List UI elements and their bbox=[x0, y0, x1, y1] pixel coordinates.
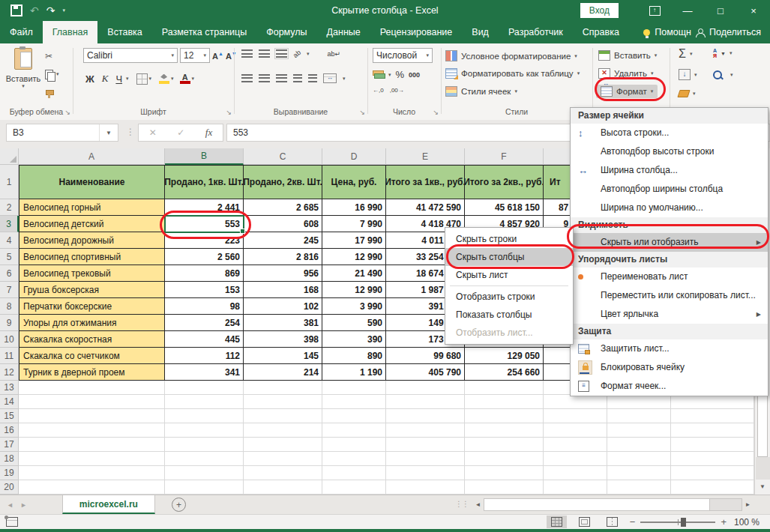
column-header-A[interactable]: A bbox=[19, 148, 165, 165]
cell-D4[interactable]: 17 990 bbox=[322, 232, 386, 249]
cell-D11[interactable]: 890 bbox=[322, 348, 386, 364]
cell-C18[interactable] bbox=[244, 452, 322, 466]
horizontal-scrollbar[interactable]: ◄ ► bbox=[472, 498, 754, 512]
assistant-label[interactable]: Помощн bbox=[655, 27, 691, 37]
add-sheet-icon[interactable]: + bbox=[172, 498, 186, 512]
submenu-item[interactable]: Скрыть лист bbox=[445, 266, 573, 284]
cell-D14[interactable] bbox=[322, 395, 386, 409]
insert-function-icon[interactable]: fx bbox=[205, 127, 212, 139]
column-header-F[interactable]: F bbox=[465, 148, 544, 165]
orientation-icon[interactable]: ab bbox=[292, 48, 302, 58]
cell-A3[interactable]: Велосипед детский bbox=[19, 216, 165, 232]
cell-F2[interactable]: 45 618 150 bbox=[465, 199, 544, 216]
row-header-9[interactable]: 9 bbox=[0, 315, 19, 331]
align-left-icon[interactable] bbox=[241, 74, 253, 82]
cell-A17[interactable] bbox=[19, 438, 165, 452]
cell-E14[interactable] bbox=[386, 395, 465, 409]
cell-C1[interactable]: Продано, 2кв. Шт. bbox=[244, 165, 322, 199]
fill-button[interactable]: ↓▾ bbox=[679, 69, 697, 80]
cell-G20[interactable] bbox=[544, 480, 607, 495]
cell-E16[interactable] bbox=[386, 423, 465, 438]
zoom-slider-thumb[interactable] bbox=[681, 518, 686, 527]
format-menu-item[interactable]: Защитить лист... bbox=[571, 339, 768, 358]
column-header-B[interactable]: B bbox=[165, 148, 244, 165]
scroll-down-icon[interactable]: ▼ bbox=[755, 480, 770, 495]
row-header-7[interactable]: 7 bbox=[0, 282, 19, 298]
cell-F13[interactable] bbox=[465, 381, 544, 395]
row-header-13[interactable]: 13 bbox=[0, 381, 19, 395]
cell-F18[interactable] bbox=[465, 452, 544, 466]
cell-D8[interactable]: 3 990 bbox=[322, 298, 386, 315]
zoom-out-icon[interactable]: − bbox=[630, 516, 636, 528]
cell-G15[interactable] bbox=[544, 409, 607, 423]
row-header-10[interactable]: 10 bbox=[0, 331, 19, 348]
align-center-icon[interactable] bbox=[259, 74, 270, 82]
format-menu-item[interactable]: Скрыть или отобразить▶ bbox=[571, 233, 768, 252]
format-button[interactable]: Формат▾ bbox=[596, 85, 658, 98]
cell-E2[interactable]: 41 472 590 bbox=[386, 199, 465, 216]
font-color-icon[interactable]: А bbox=[180, 73, 190, 84]
cell-C13[interactable] bbox=[244, 381, 322, 395]
horizontal-scrollbar-thumb[interactable] bbox=[484, 499, 710, 510]
cell-B3[interactable]: 553 bbox=[165, 216, 244, 232]
cell-C14[interactable] bbox=[244, 395, 322, 409]
cell-C10[interactable]: 398 bbox=[244, 331, 322, 348]
cell-E20[interactable] bbox=[386, 480, 465, 495]
redo-icon[interactable]: ↷ bbox=[46, 5, 55, 16]
cell-E19[interactable] bbox=[386, 466, 465, 480]
save-icon[interactable] bbox=[10, 4, 22, 16]
increase-indent-icon[interactable] bbox=[308, 74, 317, 82]
cell-I17[interactable] bbox=[671, 438, 754, 452]
row-header-15[interactable]: 15 bbox=[0, 409, 19, 423]
zoom-slider[interactable] bbox=[640, 522, 715, 523]
row-header-1[interactable]: 1 bbox=[0, 165, 19, 199]
cell-B8[interactable]: 98 bbox=[165, 298, 244, 315]
font-size-select[interactable]: 12▾ bbox=[180, 48, 210, 63]
cell-E12[interactable]: 405 790 bbox=[386, 364, 465, 381]
qat-customize-icon[interactable]: ▾ bbox=[62, 7, 65, 13]
copy-icon[interactable]: ▾ bbox=[45, 66, 67, 82]
cell-C2[interactable]: 2 685 bbox=[244, 199, 322, 216]
autosum-button[interactable]: Σ▾ bbox=[679, 48, 692, 60]
cell-D5[interactable]: 12 990 bbox=[322, 249, 386, 265]
cell-A14[interactable] bbox=[19, 395, 165, 409]
cell-I18[interactable] bbox=[671, 452, 754, 466]
tab-рецензирование[interactable]: Рецензирование bbox=[370, 21, 463, 43]
cell-A4[interactable]: Велосипед дорожный bbox=[19, 232, 165, 249]
grow-font-icon[interactable]: A▲ bbox=[212, 51, 223, 61]
cell-D2[interactable]: 16 990 bbox=[322, 199, 386, 216]
cell-H19[interactable] bbox=[607, 466, 671, 480]
cell-D6[interactable]: 21 490 bbox=[322, 265, 386, 282]
conditional-formatting-button[interactable]: Условное форматирование▾ bbox=[445, 50, 577, 61]
name-box-caret-icon[interactable]: ▼ bbox=[99, 124, 118, 141]
sort-filter-button[interactable]: АЯ ▼▾ bbox=[713, 48, 733, 58]
cell-F1[interactable]: Итого за 2кв., руб. bbox=[465, 165, 544, 199]
italic-button[interactable]: К bbox=[98, 72, 112, 85]
cell-B6[interactable]: 869 bbox=[165, 265, 244, 282]
macro-record-icon[interactable] bbox=[6, 517, 18, 527]
cell-C5[interactable]: 2 816 bbox=[244, 249, 322, 265]
underline-button[interactable]: Ч bbox=[112, 73, 126, 85]
cell-B19[interactable] bbox=[165, 466, 244, 480]
page-break-view-button[interactable] bbox=[602, 516, 622, 528]
align-middle-icon[interactable] bbox=[259, 49, 270, 58]
cell-B13[interactable] bbox=[165, 381, 244, 395]
cell-C12[interactable]: 214 bbox=[244, 364, 322, 381]
cell-F17[interactable] bbox=[465, 438, 544, 452]
cell-C20[interactable] bbox=[244, 480, 322, 495]
comma-style-icon[interactable]: 000 bbox=[409, 71, 420, 79]
cell-C7[interactable]: 168 bbox=[244, 282, 322, 298]
submenu-item[interactable]: Показать столбцы bbox=[445, 306, 573, 324]
cell-A13[interactable] bbox=[19, 381, 165, 395]
cell-B4[interactable]: 223 bbox=[165, 232, 244, 249]
cell-B16[interactable] bbox=[165, 423, 244, 438]
cell-C17[interactable] bbox=[244, 438, 322, 452]
bold-button[interactable]: Ж bbox=[82, 73, 98, 85]
cell-C11[interactable]: 145 bbox=[244, 348, 322, 364]
cut-icon[interactable]: ✂ bbox=[45, 48, 67, 64]
tab-главная[interactable]: Главная bbox=[43, 21, 98, 43]
cell-D17[interactable] bbox=[322, 438, 386, 452]
cell-D20[interactable] bbox=[322, 480, 386, 495]
splitter-handle[interactable]: ⋮⋮ bbox=[455, 500, 469, 508]
column-header-E[interactable]: E bbox=[386, 148, 465, 165]
